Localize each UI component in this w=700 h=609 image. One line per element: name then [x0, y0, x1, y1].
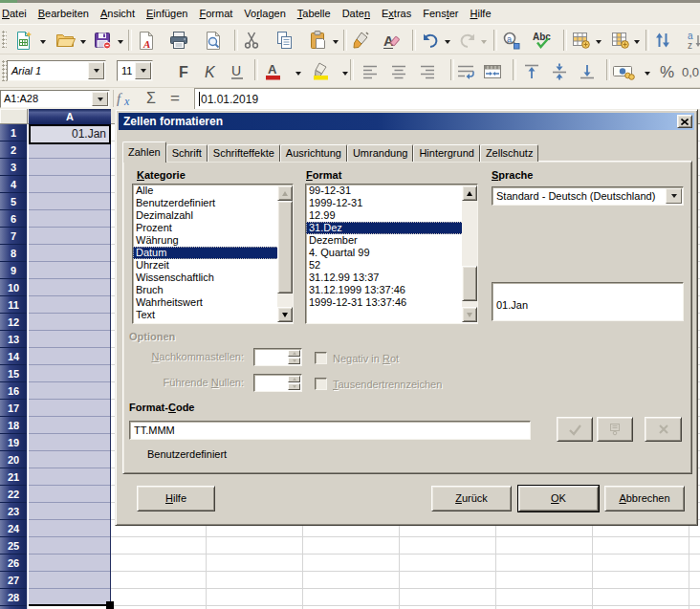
remove-format-button[interactable] [645, 417, 682, 442]
save-button[interactable] [91, 29, 114, 52]
scroll-down-button[interactable] [462, 307, 477, 322]
toolbar-grip[interactable] [2, 31, 7, 48]
insert-column-button[interactable] [608, 29, 631, 52]
category-item-alle[interactable]: Alle [133, 185, 293, 197]
row-header-3[interactable]: 3 [0, 159, 27, 176]
cut-button[interactable] [240, 29, 263, 52]
row-header-8[interactable]: 8 [0, 245, 27, 262]
new-document-dropdown[interactable] [38, 37, 48, 46]
menu-einf-gen[interactable]: Einfügen [141, 5, 193, 23]
format-item-31-12-1999-13-37-46[interactable]: 31.12.1999 13:37:46 [306, 284, 477, 296]
row-header-13[interactable]: 13 [0, 331, 27, 348]
format-item-12-99[interactable]: 12.99 [306, 209, 477, 222]
row-header-2[interactable]: 2 [0, 141, 27, 159]
row-header-22[interactable]: 22 [0, 486, 27, 503]
category-item-wahrheitswert[interactable]: Wahrheitswert [133, 296, 293, 309]
selected-column-a-cells[interactable] [29, 124, 111, 606]
negative-red-checkbox[interactable] [315, 352, 327, 364]
menu-vorlagen[interactable]: Vorlagen [238, 5, 291, 23]
language-combo[interactable]: Standard - Deutsch (Deutschland) [492, 186, 684, 206]
redo-dropdown[interactable] [479, 37, 489, 46]
merge-cells-button[interactable] [481, 60, 504, 83]
format-item-1999-12-31-13-37-46[interactable]: 1999-12-31 13:37:46 [306, 296, 477, 309]
align-left-button[interactable] [359, 60, 382, 83]
save-dropdown[interactable] [116, 37, 125, 46]
menu-ansicht[interactable]: Ansicht [95, 5, 141, 23]
insert-column-dropdown[interactable] [632, 37, 642, 46]
row-header-11[interactable]: 11 [0, 296, 27, 314]
tab-zellschutz[interactable]: Zellschutz [480, 144, 539, 162]
spin-down-button[interactable] [288, 358, 300, 364]
tab-schrift[interactable]: Schrift [166, 144, 208, 162]
currency-format-dropdown[interactable] [643, 69, 652, 77]
format-item-31-dez[interactable]: 31.Dez [306, 222, 477, 234]
back-button[interactable]: Zurück [431, 486, 512, 511]
align-center-button[interactable] [387, 60, 410, 83]
decimals-spinner[interactable] [253, 348, 302, 366]
row-header-14[interactable]: 14 [0, 348, 27, 365]
row-header-19[interactable]: 19 [0, 434, 27, 451]
menu-format[interactable]: Format [193, 5, 238, 23]
edit-comment-button[interactable] [597, 417, 633, 442]
font-size-dropdown-button[interactable] [135, 62, 151, 79]
formula-input-line[interactable]: 01.01.2019 [194, 88, 700, 109]
row-header-10[interactable]: 10 [0, 279, 27, 296]
category-item-bruch[interactable]: Bruch [133, 284, 293, 296]
category-item-prozent[interactable]: Prozent [133, 222, 293, 234]
menu-fenster[interactable]: Fenster [417, 5, 464, 23]
row-header-16[interactable]: 16 [0, 382, 27, 400]
row-header-23[interactable]: 23 [0, 503, 27, 520]
category-item-text[interactable]: Text [133, 309, 293, 321]
scroll-up-button[interactable] [462, 185, 477, 201]
category-item-uhrzeit[interactable]: Uhrzeit [133, 259, 293, 272]
active-cell-a1[interactable]: 01.Jan [29, 124, 111, 144]
scroll-up-button[interactable] [277, 185, 293, 201]
row-header-6[interactable]: 6 [0, 210, 27, 228]
insert-row-dropdown[interactable] [594, 37, 603, 46]
format-item-31-12-99-13-37[interactable]: 31.12.99 13:37 [306, 272, 477, 284]
language-dropdown-button[interactable] [666, 188, 682, 204]
align-bottom-button[interactable] [576, 60, 599, 83]
sort-ascending-button[interactable]: az [685, 29, 700, 52]
paste-button[interactable] [306, 29, 329, 52]
wrap-text-button[interactable] [454, 60, 477, 83]
font-color-button[interactable]: A [262, 60, 285, 83]
menu-extras[interactable]: Extras [376, 5, 417, 23]
menu-bearbeiten[interactable]: Bearbeiten [33, 5, 95, 23]
format-item-dezember[interactable]: Dezember [306, 234, 477, 247]
open-button[interactable] [54, 29, 77, 52]
row-header-25[interactable]: 25 [0, 537, 27, 555]
scrollbar-thumb[interactable] [462, 266, 477, 301]
row-headers[interactable]: 1234567891011121314151617181920212223242… [0, 124, 28, 609]
row-header-12[interactable]: 12 [0, 314, 27, 331]
format-item-1999-12-31[interactable]: 1999-12-31 [306, 197, 477, 209]
print-button[interactable] [167, 29, 190, 52]
add-format-button[interactable] [557, 417, 593, 442]
spin-down-button[interactable] [288, 383, 300, 390]
undo-dropdown[interactable] [443, 37, 452, 46]
format-item-52[interactable]: 52 [306, 259, 477, 272]
row-header-17[interactable]: 17 [0, 400, 27, 417]
row-header-15[interactable]: 15 [0, 365, 27, 382]
new-document-button[interactable] [11, 29, 34, 52]
spin-up-button[interactable] [288, 376, 300, 382]
category-item-wissenschaftlich[interactable]: Wissenschaftlich [133, 272, 293, 284]
sort-button[interactable] [651, 29, 674, 52]
underline-button[interactable]: U [226, 60, 249, 83]
menu-hilfe[interactable]: Hilfe [465, 5, 497, 23]
spin-up-button[interactable] [288, 350, 300, 357]
help-button[interactable]: Hilfe [137, 486, 215, 511]
format-item-4-quartal-99[interactable]: 4. Quartal 99 [306, 247, 477, 259]
tab-ausrichtung[interactable]: Ausrichtung [280, 144, 347, 162]
clone-formatting-button[interactable] [349, 29, 372, 52]
row-header-21[interactable]: 21 [0, 468, 27, 486]
format-code-field[interactable]: TT.MMM [129, 421, 531, 440]
format-listbox[interactable]: 99-12-311999-12-3112.9931.DezDezember4. … [305, 184, 478, 324]
name-box-dropdown-button[interactable] [92, 92, 108, 106]
percent-format-button[interactable]: % [657, 60, 680, 83]
row-header-4[interactable]: 4 [0, 176, 27, 193]
format-item-99-12-31[interactable]: 99-12-31 [306, 185, 477, 197]
row-header-20[interactable]: 20 [0, 451, 27, 468]
thousands-separator-checkbox[interactable] [315, 378, 327, 390]
category-item-w-hrung[interactable]: Währung [133, 234, 293, 247]
